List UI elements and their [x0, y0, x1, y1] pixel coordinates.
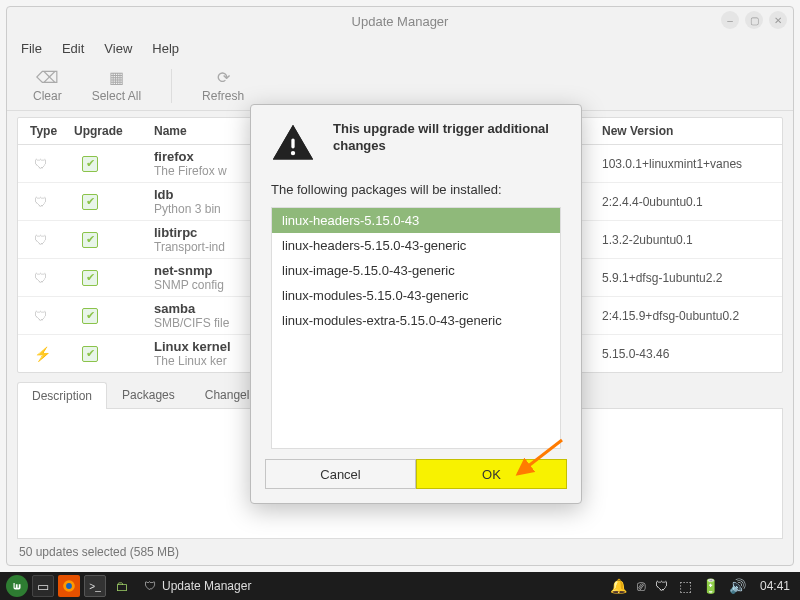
maximize-button[interactable]: ▢	[745, 11, 763, 29]
header-type[interactable]: Type	[18, 124, 74, 138]
package-version: 1.3.2-2ubuntu0.1	[602, 233, 782, 247]
tray-icon[interactable]: ⎚	[637, 578, 645, 594]
warning-icon	[271, 121, 315, 168]
minimize-button[interactable]: –	[721, 11, 739, 29]
dialog-title: This upgrade will trigger additional cha…	[333, 121, 561, 155]
svg-point-2	[291, 151, 295, 155]
package-version: 2:4.15.9+dfsg-0ubuntu0.2	[602, 309, 782, 323]
svg-rect-3	[291, 138, 294, 148]
shield-icon: 🛡	[18, 270, 74, 286]
header-upgrade[interactable]: Upgrade	[74, 124, 154, 138]
clock[interactable]: 04:41	[756, 579, 794, 593]
firefox-launcher[interactable]	[58, 575, 80, 597]
battery-icon[interactable]: 🔋	[702, 578, 719, 594]
taskbar: ▭ >_ 🗀 🛡 Update Manager 🔔 ⎚ 🛡 ⬚ 🔋 🔊 04:4…	[0, 572, 800, 600]
security-icon[interactable]: 🛡	[655, 578, 669, 594]
dialog-list-item[interactable]: linux-image-5.15.0-43-generic	[272, 258, 560, 283]
titlebar: Update Manager – ▢ ✕	[7, 7, 793, 35]
package-version: 103.0.1+linuxmint1+vanes	[602, 157, 782, 171]
cancel-button[interactable]: Cancel	[265, 459, 416, 489]
dialog-list-item[interactable]: linux-headers-5.15.0-43-generic	[272, 233, 560, 258]
dialog-message: The following packages will be installed…	[271, 182, 561, 197]
menu-edit[interactable]: Edit	[62, 41, 84, 56]
clear-icon: ⌫	[36, 68, 59, 87]
svg-point-7	[66, 583, 72, 589]
taskbar-app-update-manager[interactable]: 🛡 Update Manager	[136, 575, 259, 597]
package-version: 2:2.4.4-0ubuntu0.1	[602, 195, 782, 209]
upgrade-checkbox[interactable]: ✔	[74, 270, 154, 286]
shield-icon: 🛡	[144, 579, 156, 593]
files-launcher[interactable]: 🗀	[110, 575, 132, 597]
show-desktop-button[interactable]: ▭	[32, 575, 54, 597]
upgrade-checkbox[interactable]: ✔	[74, 232, 154, 248]
close-button[interactable]: ✕	[769, 11, 787, 29]
network-icon[interactable]: ⬚	[679, 578, 692, 594]
system-tray: 🔔 ⎚ 🛡 ⬚ 🔋 🔊 04:41	[610, 578, 794, 594]
upgrade-checkbox[interactable]: ✔	[74, 308, 154, 324]
refresh-button[interactable]: ⟳ Refresh	[202, 68, 244, 103]
ok-button[interactable]: OK	[416, 459, 567, 489]
shield-icon: 🛡	[18, 232, 74, 248]
package-version: 5.15.0-43.46	[602, 347, 782, 361]
select-all-button[interactable]: ▦ Select All	[92, 68, 141, 103]
header-new-version[interactable]: New Version	[602, 124, 782, 138]
menu-help[interactable]: Help	[152, 41, 179, 56]
menu-file[interactable]: File	[21, 41, 42, 56]
start-menu-button[interactable]	[6, 575, 28, 597]
upgrade-dialog: This upgrade will trigger additional cha…	[250, 104, 582, 504]
package-version: 5.9.1+dfsg-1ubuntu2.2	[602, 271, 782, 285]
select-all-icon: ▦	[109, 68, 124, 87]
kernel-icon: ⚡	[18, 346, 74, 362]
menubar: File Edit View Help	[7, 35, 793, 61]
volume-icon[interactable]: 🔊	[729, 578, 746, 594]
refresh-icon: ⟳	[217, 68, 230, 87]
menu-view[interactable]: View	[104, 41, 132, 56]
dialog-list-item[interactable]: linux-modules-5.15.0-43-generic	[272, 283, 560, 308]
statusbar: 50 updates selected (585 MB)	[7, 539, 793, 565]
upgrade-checkbox[interactable]: ✔	[74, 194, 154, 210]
dialog-list-item[interactable]: linux-headers-5.15.0-43	[272, 208, 560, 233]
upgrade-checkbox[interactable]: ✔	[74, 346, 154, 362]
shield-icon: 🛡	[18, 308, 74, 324]
tab-description[interactable]: Description	[17, 382, 107, 409]
toolbar-divider	[171, 69, 172, 103]
window-title: Update Manager	[352, 14, 449, 29]
terminal-launcher[interactable]: >_	[84, 575, 106, 597]
shield-icon: 🛡	[18, 156, 74, 172]
tab-packages[interactable]: Packages	[107, 381, 190, 408]
upgrade-checkbox[interactable]: ✔	[74, 156, 154, 172]
status-text: 50 updates selected (585 MB)	[19, 545, 179, 559]
notifications-icon[interactable]: 🔔	[610, 578, 627, 594]
dialog-package-list[interactable]: linux-headers-5.15.0-43linux-headers-5.1…	[271, 207, 561, 449]
shield-icon: 🛡	[18, 194, 74, 210]
clear-button[interactable]: ⌫ Clear	[33, 68, 62, 103]
dialog-list-item[interactable]: linux-modules-extra-5.15.0-43-generic	[272, 308, 560, 333]
